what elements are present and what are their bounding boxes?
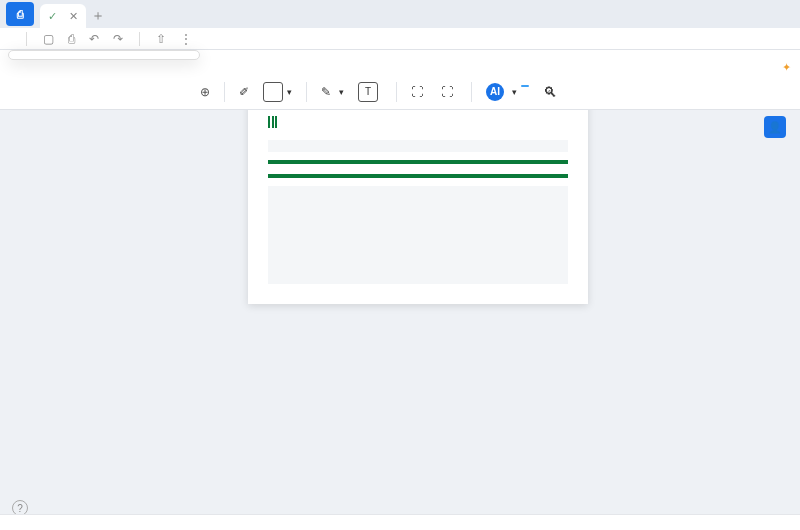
zoom-in-icon[interactable]: ⊕ (200, 85, 210, 99)
status-bar (0, 514, 800, 530)
tab-close-icon[interactable]: ✕ (69, 10, 78, 23)
summary-text (268, 178, 568, 182)
ai-tools-button[interactable]: AI▾ (486, 83, 529, 101)
ocr-button[interactable]: ⛶ (411, 85, 427, 99)
document-tab[interactable]: ✓ ✕ (40, 4, 86, 28)
account-info-box (268, 140, 568, 152)
edit-icon: ✎ (321, 85, 331, 99)
share-floating-button[interactable]: 👤 (764, 116, 786, 138)
tab-check-icon: ✓ (48, 10, 57, 23)
tab-bar: ⎙ ✓ ✕ ＋ (0, 0, 800, 28)
starred-shortcut[interactable]: ✦ (782, 61, 794, 74)
text-icon: T (358, 82, 378, 102)
save-icon[interactable]: ▢ (43, 32, 54, 46)
share-icon[interactable]: ⇧ (156, 32, 166, 46)
crop-button[interactable]: ⛶ (441, 85, 457, 99)
chart-zone (268, 186, 568, 284)
undo-icon[interactable]: ↶ (89, 32, 99, 46)
redo-icon[interactable]: ↷ (113, 32, 123, 46)
add-text-button[interactable]: T (358, 82, 382, 102)
quick-access-bar: ▢ ⎙ ↶ ↷ ⇧ ⋮ (0, 28, 800, 50)
new-tab-button[interactable]: ＋ (86, 4, 110, 28)
ocr-icon: ⛶ (411, 85, 423, 99)
pdf-page (248, 110, 588, 304)
search-button[interactable]: 🔍︎ (543, 84, 561, 100)
more-icon[interactable]: ⋮ (180, 32, 192, 46)
search-icon: 🔍︎ (543, 84, 557, 100)
brand-logo (268, 116, 568, 128)
new-badge (521, 85, 529, 87)
app-icon: ⎙ (6, 2, 34, 26)
borrowings-chart (274, 192, 462, 278)
shape-tool[interactable]: ▾ (263, 82, 292, 102)
highlighter-icon[interactable]: ✐ (239, 85, 249, 99)
edit-all-button[interactable]: ✎▾ (321, 85, 344, 99)
snapshot-header (268, 160, 568, 164)
file-dropdown-menu (8, 50, 200, 60)
document-viewport[interactable] (0, 110, 800, 514)
ribbon-tool-row: ⊕ ✐ ▾ ✎▾ T ⛶ ⛶ AI▾ 🔍︎ (0, 74, 800, 110)
ai-icon: AI (486, 83, 504, 101)
print-icon[interactable]: ⎙ (68, 32, 75, 46)
crop-icon: ⛶ (441, 85, 453, 99)
